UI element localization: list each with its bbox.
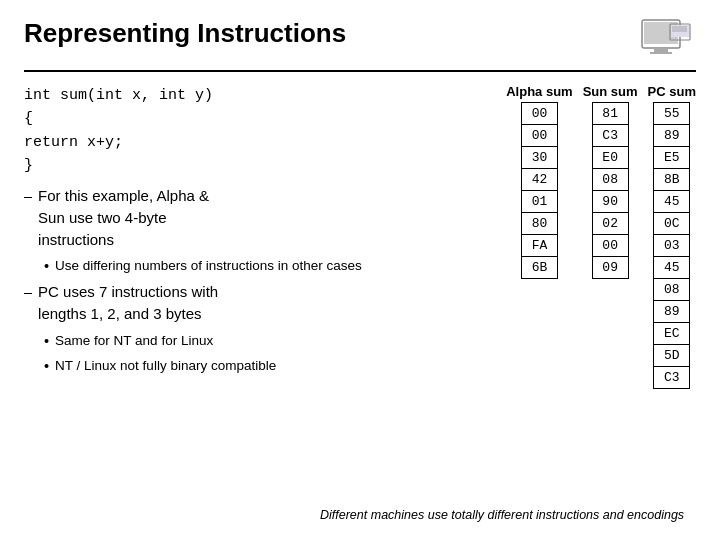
svg-rect-2 <box>654 48 668 52</box>
sun-table: 81C3E00890020009 <box>592 102 629 279</box>
alpha-table-label: Alpha sum <box>506 84 572 99</box>
table-cell: 42 <box>521 169 557 191</box>
sun-table-section: Sun sum 81C3E00890020009 <box>583 84 638 389</box>
sub-bullet-2-2-text: NT / Linux not fully binary compatible <box>55 356 276 376</box>
bullet-1: – For this example, Alpha &Sun use two 4… <box>24 185 490 250</box>
bullets-section: – For this example, Alpha &Sun use two 4… <box>24 185 490 377</box>
table-cell: 00 <box>521 103 557 125</box>
caption: Different machines use totally different… <box>320 507 696 525</box>
table-cell: 0C <box>654 213 690 235</box>
slide: Representing Instructions int sum(int x,… <box>0 0 720 540</box>
table-cell: 03 <box>654 235 690 257</box>
table-cell: 5D <box>654 345 690 367</box>
table-cell: 45 <box>654 257 690 279</box>
pc-table-section: PC sum 5589E58B450C03450889EC5DC3 <box>648 84 696 389</box>
alpha-table-section: Alpha sum 000030420180FA6B <box>506 84 572 389</box>
code-line-3: return x+y; <box>24 131 490 154</box>
right-column: Alpha sum 000030420180FA6B Sun sum 81C3E… <box>506 84 696 389</box>
dot-1-1: • <box>44 256 49 277</box>
dash-1: – <box>24 186 32 207</box>
table-cell: C3 <box>654 367 690 389</box>
page-title: Representing Instructions <box>24 18 346 49</box>
bullet-1-text: For this example, Alpha &Sun use two 4-b… <box>38 185 209 250</box>
table-cell: 45 <box>654 191 690 213</box>
dash-2: – <box>24 282 32 303</box>
table-cell: 01 <box>521 191 557 213</box>
alpha-table: 000030420180FA6B <box>521 102 558 279</box>
table-cell: 08 <box>654 279 690 301</box>
bullet-2: – PC uses 7 instructions withlengths 1, … <box>24 281 490 325</box>
table-cell: 80 <box>521 213 557 235</box>
sub-bullet-2-1-text: Same for NT and for Linux <box>55 331 213 351</box>
table-cell: FA <box>521 235 557 257</box>
dot-2-1: • <box>44 331 49 352</box>
table-cell: 00 <box>592 235 628 257</box>
table-cell: 81 <box>592 103 628 125</box>
code-line-4: } <box>24 154 490 177</box>
main-content: int sum(int x, int y) { return x+y; } – … <box>24 84 696 389</box>
table-cell: 55 <box>654 103 690 125</box>
table-cell: 08 <box>592 169 628 191</box>
table-cell: EC <box>654 323 690 345</box>
computer-icon <box>640 18 696 62</box>
code-line-1: int sum(int x, int y) <box>24 84 490 107</box>
sub-bullet-1-1: • Use differing numbers of instructions … <box>44 256 490 277</box>
sub-bullet-2-2: • NT / Linux not fully binary compatible <box>44 356 490 377</box>
table-cell: 00 <box>521 125 557 147</box>
table-cell: 89 <box>654 125 690 147</box>
left-column: int sum(int x, int y) { return x+y; } – … <box>24 84 490 389</box>
header: Representing Instructions <box>24 18 696 72</box>
sub-bullet-2-1: • Same for NT and for Linux <box>44 331 490 352</box>
code-line-2: { <box>24 107 490 130</box>
table-cell: 30 <box>521 147 557 169</box>
sub-bullet-1-1-text: Use differing numbers of instructions in… <box>55 256 362 276</box>
table-cell: 09 <box>592 257 628 279</box>
pc-table: 5589E58B450C03450889EC5DC3 <box>653 102 690 389</box>
table-cell: 8B <box>654 169 690 191</box>
table-cell: E0 <box>592 147 628 169</box>
table-cell: E5 <box>654 147 690 169</box>
table-cell: 90 <box>592 191 628 213</box>
pc-table-label: PC sum <box>648 84 696 99</box>
table-cell: 6B <box>521 257 557 279</box>
sun-table-label: Sun sum <box>583 84 638 99</box>
table-cell: C3 <box>592 125 628 147</box>
code-block: int sum(int x, int y) { return x+y; } <box>24 84 490 177</box>
bullet-2-text: PC uses 7 instructions withlengths 1, 2,… <box>38 281 218 325</box>
table-cell: 02 <box>592 213 628 235</box>
dot-2-2: • <box>44 356 49 377</box>
svg-rect-3 <box>650 52 672 54</box>
table-cell: 89 <box>654 301 690 323</box>
